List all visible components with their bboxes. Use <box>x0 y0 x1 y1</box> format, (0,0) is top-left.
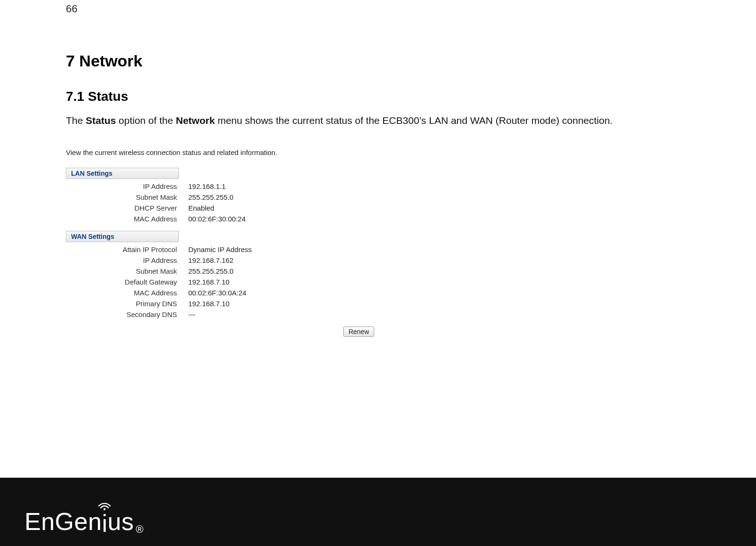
lan-ip-value: 192.168.1.1 <box>188 182 225 190</box>
logo-part-i: i <box>102 510 107 537</box>
logo-part-en: En <box>24 507 55 536</box>
section-paragraph: The Status option of the Network menu sh… <box>66 112 728 130</box>
wan-subnet-value: 255.255.255.0 <box>188 267 233 275</box>
page-number: 66 <box>66 3 77 15</box>
logo-part-us: us <box>107 507 134 536</box>
status-screenshot: View the current wireless connection sta… <box>66 148 377 337</box>
logo-text: EnGenius® <box>24 507 144 536</box>
wan-gw-row: Default Gateway 192.168.7.10 <box>66 277 377 287</box>
wan-sdns-value: --- <box>188 310 195 318</box>
lan-subnet-value: 255.255.255.0 <box>188 193 233 201</box>
wan-subnet-row: Subnet Mask 255.255.255.0 <box>66 266 377 277</box>
lan-mac-label: MAC Address <box>66 215 188 223</box>
lan-dhcp-row: DHCP Server Enabled <box>66 203 377 213</box>
lan-subnet-row: Subnet Mask 255.255.255.0 <box>66 192 377 203</box>
wan-attain-label: Attain IP Protocol <box>66 245 188 253</box>
lan-ip-row: IP Address 192.168.1.1 <box>66 181 377 192</box>
lan-dhcp-value: Enabled <box>188 204 214 212</box>
wan-pdns-label: Primary DNS <box>66 300 188 308</box>
wan-gw-value: 192.168.7.10 <box>188 278 230 286</box>
wan-mac-label: MAC Address <box>66 289 188 297</box>
lan-mac-value: 00:02:6F:30:00:24 <box>188 215 246 223</box>
wan-mac-value: 00:02:6F:30:0A:24 <box>188 289 246 297</box>
screenshot-caption: View the current wireless connection sta… <box>66 148 377 156</box>
wan-ip-label: IP Address <box>66 256 188 264</box>
wan-attain-row: Attain IP Protocol Dynamic IP Address <box>66 244 377 255</box>
para-bold-network: Network <box>176 115 215 126</box>
lan-settings-header: LAN Settings <box>66 168 179 179</box>
page-footer: EnGenius® <box>0 478 756 546</box>
wan-settings-table: Attain IP Protocol Dynamic IP Address IP… <box>66 244 377 320</box>
wan-ip-value: 192.168.7.162 <box>188 256 233 264</box>
svg-point-0 <box>104 508 105 510</box>
lan-settings-table: IP Address 192.168.1.1 Subnet Mask 255.2… <box>66 181 377 224</box>
wan-attain-value: Dynamic IP Address <box>188 245 252 253</box>
logo-part-gen: Gen <box>55 507 102 536</box>
wan-pdns-row: Primary DNS 192.168.7.10 <box>66 298 377 309</box>
para-text: menu shows the current status of the ECB… <box>215 115 612 126</box>
lan-dhcp-label: DHCP Server <box>66 204 188 212</box>
renew-row: Renew <box>66 326 374 337</box>
renew-button[interactable]: Renew <box>343 326 374 337</box>
para-text: option of the <box>116 115 176 126</box>
chapter-heading: 7 Network <box>66 52 728 70</box>
logo-registered-mark: ® <box>136 523 144 536</box>
engenius-logo: EnGenius® <box>24 507 144 536</box>
wan-settings-header: WAN Settings <box>66 231 179 242</box>
section-heading: 7.1 Status <box>66 89 728 104</box>
lan-ip-label: IP Address <box>66 182 188 190</box>
logo-i-with-wifi: i <box>102 511 107 536</box>
wan-sdns-row: Secondary DNS --- <box>66 309 377 320</box>
para-text: The <box>66 115 86 126</box>
wan-ip-row: IP Address 192.168.7.162 <box>66 255 377 266</box>
wan-sdns-label: Secondary DNS <box>66 310 188 318</box>
lan-mac-row: MAC Address 00:02:6F:30:00:24 <box>66 213 377 224</box>
para-bold-status: Status <box>86 115 116 126</box>
lan-subnet-label: Subnet Mask <box>66 193 188 201</box>
wan-subnet-label: Subnet Mask <box>66 267 188 275</box>
wan-pdns-value: 192.168.7.10 <box>188 300 230 308</box>
document-content: 7 Network 7.1 Status The Status option o… <box>66 52 728 337</box>
wan-mac-row: MAC Address 00:02:6F:30:0A:24 <box>66 287 377 298</box>
wifi-icon <box>97 500 112 510</box>
wan-gw-label: Default Gateway <box>66 278 188 286</box>
